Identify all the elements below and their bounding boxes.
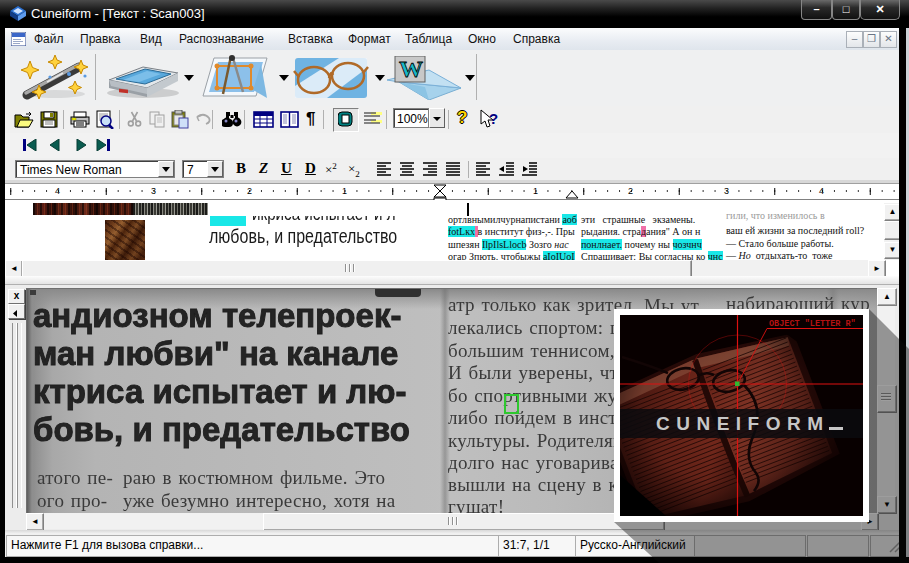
svg-text:OBJECT "LETTER R": OBJECT "LETTER R" [769,319,856,329]
svg-text:?: ? [489,110,498,127]
svg-text:W: W [399,56,423,82]
svg-text:CUNEIFORM: CUNEIFORM [656,413,830,434]
